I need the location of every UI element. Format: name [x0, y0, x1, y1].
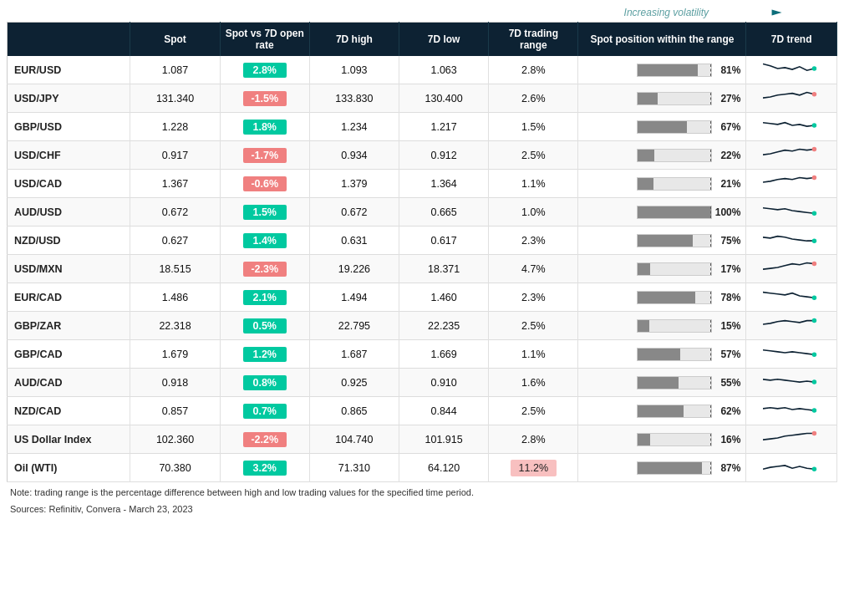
col-spot: Spot	[130, 23, 220, 57]
cell-spot: 1.367	[130, 170, 220, 198]
cell-spot: 18.515	[130, 255, 220, 283]
cell-7dlow: 1.063	[399, 56, 489, 84]
cell-pair: US Dollar Index	[8, 425, 130, 454]
cell-7dlow: 0.912	[399, 141, 489, 170]
cell-7dhigh: 0.934	[309, 141, 399, 170]
table-row: GBP/ZAR22.3180.5%22.79522.2352.5%15%	[8, 312, 837, 340]
cell-7dlow: 0.665	[399, 198, 489, 227]
cell-pair: USD/JPY	[8, 84, 130, 113]
cell-trading-range: 2.8%	[489, 425, 578, 454]
cell-7dtrend	[746, 454, 837, 482]
svg-point-7	[812, 211, 816, 216]
cell-vs7d: -1.5%	[220, 84, 309, 113]
table-row: AUD/CAD0.9180.8%0.9250.9101.6%55%	[8, 369, 837, 397]
svg-point-8	[812, 238, 816, 242]
svg-point-5	[812, 147, 816, 151]
cell-7dlow: 101.915	[399, 425, 489, 454]
table-row: EUR/CAD1.4862.1%1.4941.4602.3%78%	[8, 283, 837, 312]
cell-spot: 0.672	[130, 198, 220, 227]
table-row: USD/CHF0.917-1.7%0.9340.9122.5%22%	[8, 141, 837, 170]
cell-vs7d: 0.7%	[220, 397, 309, 425]
cell-7dtrend	[746, 227, 837, 255]
cell-spot-position: 75%	[578, 227, 746, 255]
cell-7dlow: 0.910	[399, 369, 489, 397]
cell-vs7d: 2.8%	[220, 56, 309, 84]
cell-7dtrend	[746, 141, 837, 170]
cell-7dlow: 1.460	[399, 283, 489, 312]
cell-vs7d: 1.8%	[220, 113, 309, 141]
cell-spot: 1.228	[130, 113, 220, 141]
cell-trading-range: 4.7%	[489, 255, 578, 283]
cell-7dhigh: 104.740	[309, 425, 399, 454]
cell-vs7d: 1.2%	[220, 340, 309, 369]
cell-vs7d: 3.2%	[220, 454, 309, 482]
cell-spot-position: 87%	[578, 454, 746, 482]
cell-spot: 1.486	[130, 283, 220, 312]
table-row: USD/CAD1.367-0.6%1.3791.3641.1%21%	[8, 170, 837, 198]
cell-vs7d: -2.3%	[220, 255, 309, 283]
cell-7dtrend	[746, 340, 837, 369]
cell-spot: 1.087	[130, 56, 220, 84]
cell-7dlow: 22.235	[399, 312, 489, 340]
table-row: US Dollar Index102.360-2.2%104.740101.91…	[8, 425, 837, 454]
col-vs7d: Spot vs 7D open rate	[220, 23, 309, 57]
cell-vs7d: -1.7%	[220, 141, 309, 170]
cell-7dlow: 1.217	[399, 113, 489, 141]
cell-vs7d: 0.8%	[220, 369, 309, 397]
svg-marker-1	[772, 10, 782, 16]
page-container: Increasing volatility Spot Spot vs 7D op…	[0, 0, 844, 519]
cell-7dtrend	[746, 170, 837, 198]
cell-trading-range: 1.1%	[489, 170, 578, 198]
cell-7dlow: 18.371	[399, 255, 489, 283]
cell-spot-position: 57%	[578, 340, 746, 369]
cell-7dhigh: 19.226	[309, 255, 399, 283]
cell-7dhigh: 1.093	[309, 56, 399, 84]
cell-trading-range: 2.5%	[489, 397, 578, 425]
cell-7dhigh: 0.925	[309, 369, 399, 397]
svg-point-12	[812, 352, 816, 356]
table-row: EUR/USD1.0872.8%1.0931.0632.8%81%	[8, 56, 837, 84]
cell-pair: USD/MXN	[8, 255, 130, 283]
cell-7dlow: 1.669	[399, 340, 489, 369]
cell-7dlow: 130.400	[399, 84, 489, 113]
cell-trading-range: 11.2%	[489, 454, 578, 482]
cell-trading-range: 2.5%	[489, 312, 578, 340]
cell-7dlow: 1.364	[399, 170, 489, 198]
cell-7dhigh: 71.310	[309, 454, 399, 482]
cell-7dtrend	[746, 198, 837, 227]
cell-7dhigh: 1.379	[309, 170, 399, 198]
svg-point-3	[812, 92, 816, 96]
col-trading-range: 7D trading range	[489, 23, 578, 57]
cell-pair: GBP/USD	[8, 113, 130, 141]
cell-trading-range: 1.6%	[489, 369, 578, 397]
cell-7dtrend	[746, 312, 837, 340]
cell-7dhigh: 1.494	[309, 283, 399, 312]
table-row: GBP/USD1.2281.8%1.2341.2171.5%67%	[8, 113, 837, 141]
cell-pair: NZD/USD	[8, 227, 130, 255]
table-row: USD/JPY131.340-1.5%133.830130.4002.6%27%	[8, 84, 837, 113]
cell-7dhigh: 133.830	[309, 84, 399, 113]
cell-7dlow: 0.617	[399, 227, 489, 255]
svg-point-2	[812, 66, 816, 70]
col-7dhigh: 7D high	[309, 23, 399, 57]
cell-vs7d: 1.5%	[220, 198, 309, 227]
svg-point-9	[812, 262, 816, 266]
footnote2: Sources: Refinitiv, Convera - March 23, …	[7, 502, 837, 516]
volatility-label: Increasing volatility	[624, 7, 709, 18]
cell-7dhigh: 0.672	[309, 198, 399, 227]
cell-spot: 0.917	[130, 141, 220, 170]
cell-spot: 1.679	[130, 340, 220, 369]
table-row: NZD/USD0.6271.4%0.6310.6172.3%75%	[8, 227, 837, 255]
cell-spot: 70.380	[130, 454, 220, 482]
cell-spot-position: 81%	[578, 56, 746, 84]
cell-trading-range: 2.5%	[489, 141, 578, 170]
cell-7dhigh: 0.631	[309, 227, 399, 255]
cell-spot: 0.627	[130, 227, 220, 255]
cell-pair: EUR/USD	[8, 56, 130, 84]
table-row: AUD/USD0.6721.5%0.6720.6651.0%100%	[8, 198, 837, 227]
cell-vs7d: 2.1%	[220, 283, 309, 312]
svg-point-4	[812, 123, 816, 127]
cell-7dlow: 64.120	[399, 454, 489, 482]
cell-trading-range: 2.3%	[489, 283, 578, 312]
cell-spot-position: 27%	[578, 84, 746, 113]
